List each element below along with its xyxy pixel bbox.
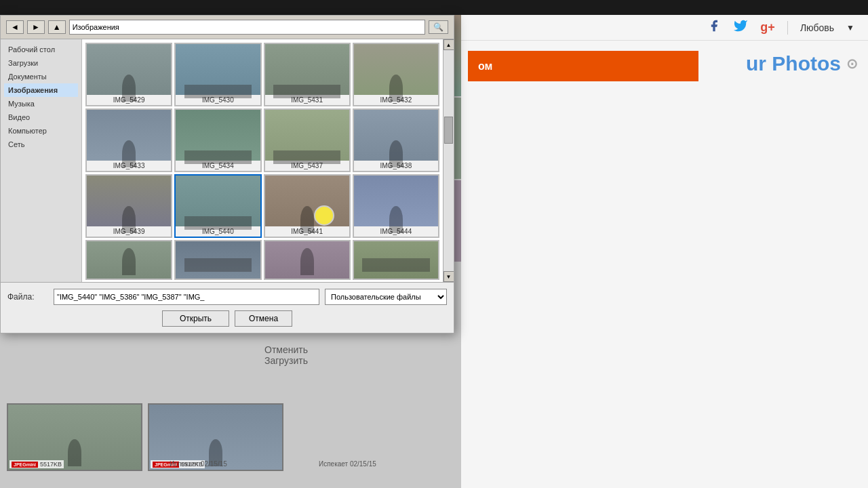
dialog-buttons: Открыть Отмена — [7, 310, 447, 327]
photo-item-5429[interactable]: IMG_5429 — [85, 43, 172, 106]
file-size: 5517KB — [40, 461, 62, 468]
scroll-down-arrow[interactable]: ▼ — [443, 271, 454, 282]
photo-item-5446[interactable] — [174, 240, 261, 280]
forward-button[interactable]: ► — [27, 20, 45, 34]
dialog-bottom: Файла: Пользовательские файлы Открыть От… — [1, 282, 454, 333]
open-button[interactable]: Открыть — [162, 310, 229, 327]
top-bar — [0, 0, 868, 15]
dialog-scrollbar[interactable]: ▲ ▼ — [443, 39, 454, 282]
photo-item-5434[interactable]: IMG_5434 — [174, 108, 261, 172]
action-links: Отменить Загрузить — [264, 344, 308, 366]
cancel-link[interactable]: Отменить — [264, 344, 308, 355]
photo-item-5440[interactable]: IMG_5440 — [174, 174, 261, 238]
sidebar-item-video[interactable]: Видео — [4, 110, 78, 124]
back-button[interactable]: ◄ — [6, 20, 24, 34]
dialog-content: Рабочий стол Загрузки Документы Изображе… — [1, 39, 454, 282]
photo-item-5444[interactable]: IMG_5444 — [353, 174, 439, 238]
file-open-dialog: ◄ ► ▲ 🔍 Рабочий стол Загрузки Документы … — [0, 15, 454, 333]
scroll-up-arrow[interactable]: ▲ — [443, 39, 454, 50]
photo-item-5437[interactable]: IMG_5437 — [264, 108, 351, 172]
photo-item-5447[interactable] — [264, 240, 351, 280]
ur-photos-heading: ur Photos — [746, 52, 841, 75]
photo-item-5445[interactable] — [85, 240, 172, 280]
sidebar-item-images[interactable]: Изображения — [4, 83, 78, 97]
googleplus-icon[interactable]: g+ — [760, 20, 775, 35]
up-button[interactable]: ▲ — [48, 20, 66, 34]
filename-input[interactable] — [54, 289, 319, 305]
dialog-cancel-button[interactable]: Отмена — [235, 310, 292, 327]
dropdown-arrow[interactable]: ▼ — [846, 23, 854, 33]
social-icons: g+ Любовь ▼ — [707, 18, 854, 37]
scroll-track[interactable] — [443, 50, 454, 271]
chevron-icon: ⊙ — [846, 56, 858, 72]
timestamp: Испeкает 02/15/15 — [170, 460, 227, 468]
photo-item-5432[interactable]: IMG_5432 — [353, 43, 439, 106]
search-button[interactable]: 🔍 — [429, 20, 448, 34]
sidebar-item-network[interactable]: Сеть — [4, 138, 78, 151]
dialog-sidebar: Рабочий стол Загрузки Документы Изображе… — [1, 39, 82, 282]
filename-row: Файла: Пользовательские файлы — [7, 289, 447, 305]
twitter-icon[interactable] — [733, 18, 748, 37]
right-panel: g+ Любовь ▼ ом ur Photos ⊙ ографий в диа… — [461, 15, 868, 488]
photo-grid-inner: IMG_5429 IMG_5430 IMG_5431 — [85, 43, 439, 280]
sidebar-item-music[interactable]: Музыка — [4, 97, 78, 110]
promo-banner: ом — [468, 51, 698, 81]
filetype-select[interactable]: Пользовательские файлы — [325, 289, 447, 305]
sidebar-item-desktop[interactable]: Рабочий стол — [4, 43, 78, 56]
timestamp: Испeкает 02/15/15 — [319, 460, 376, 468]
sidebar-item-computer[interactable]: Компьютер — [4, 124, 78, 138]
address-bar[interactable] — [69, 20, 425, 35]
dialog-toolbar: ◄ ► ▲ 🔍 — [1, 16, 454, 39]
photo-grid[interactable]: IMG_5429 IMG_5430 IMG_5431 — [82, 39, 443, 282]
facebook-icon[interactable] — [707, 19, 721, 36]
photo-item-5431[interactable]: IMG_5431 — [264, 43, 351, 106]
photo-item-5448[interactable] — [353, 240, 439, 280]
filename-label: Файла: — [7, 292, 48, 302]
photo-item-5441[interactable]: IMG_5441 — [264, 174, 351, 238]
scroll-thumb[interactable] — [444, 117, 453, 144]
jpeg-label: JPEGmini — [12, 462, 38, 468]
sidebar-item-downloads[interactable]: Загрузки — [4, 56, 78, 70]
site-header: g+ Любовь ▼ — [461, 15, 868, 41]
upload-link[interactable]: Загрузить — [264, 355, 308, 366]
user-greeting: Любовь — [800, 22, 834, 33]
photo-item-5430[interactable]: IMG_5430 — [174, 43, 261, 106]
photo-item-5438[interactable]: IMG_5438 — [353, 108, 439, 172]
bottom-thumbnail: JPEGmini 5517KB — [7, 403, 142, 471]
photo-item-5439[interactable]: IMG_5439 — [85, 174, 172, 238]
sidebar-item-documents[interactable]: Документы — [4, 70, 78, 83]
photo-item-5433[interactable]: IMG_5433 — [85, 108, 172, 172]
